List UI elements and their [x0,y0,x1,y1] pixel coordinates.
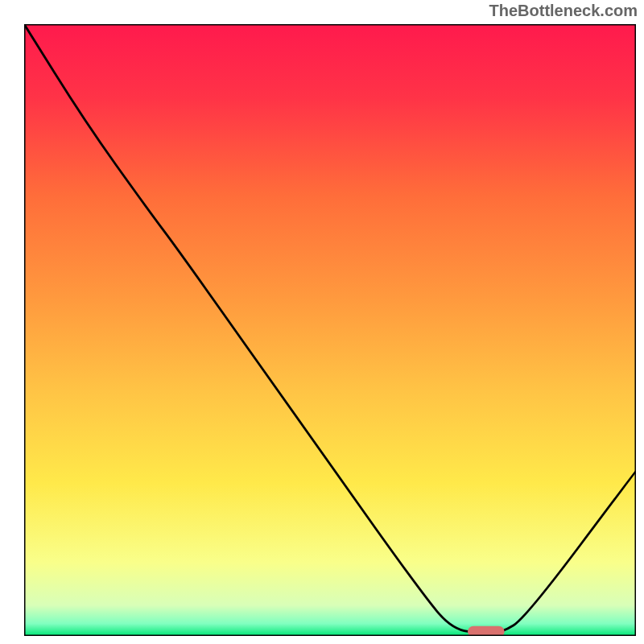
optimal-marker [468,626,505,636]
chart-area [24,24,636,636]
chart-svg [24,24,636,636]
gradient-background [24,24,636,636]
watermark-text: TheBottleneck.com [489,2,638,20]
